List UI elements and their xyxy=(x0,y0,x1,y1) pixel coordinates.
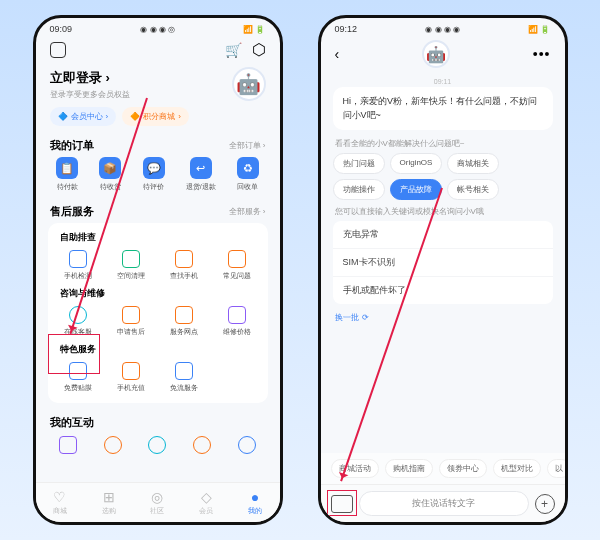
chip-hot[interactable]: 热门问题 xyxy=(333,153,385,174)
interact-icons xyxy=(36,432,280,454)
phone-recharge[interactable]: 手机充值 xyxy=(105,362,158,393)
interact-5[interactable] xyxy=(238,436,256,454)
tab-shop[interactable]: ⊞选购 xyxy=(102,489,116,516)
greeting-bubble: Hi，亲爱的V粉，新年快乐！有什么问题，不妨问问小V吧~ xyxy=(333,87,553,130)
order-return[interactable]: ↩退货/退款 xyxy=(186,157,216,192)
repair-price[interactable]: 维修价格 xyxy=(211,306,264,337)
status-icons: ◉ ◉ ◉ ◎ xyxy=(140,25,175,34)
chat-body: 09:11 Hi，亲爱的V粉，新年快乐！有什么问题，不妨问问小V吧~ 看看全能的… xyxy=(321,72,565,453)
back-icon[interactable]: ‹ xyxy=(335,46,340,62)
clock: 09:12 xyxy=(335,24,358,34)
keyboard-icon[interactable] xyxy=(331,495,353,513)
interact-1[interactable] xyxy=(59,436,77,454)
promo-pills: 🔷 会员中心 › 🔶 积分商城 › xyxy=(36,107,280,132)
hexagon-icon[interactable]: ⬡ xyxy=(252,40,266,59)
phone-right: 09:12 ◉ ◉ ◉ ◉ 📶 🔋 ‹ ••• 09:11 Hi，亲爱的V粉，新… xyxy=(318,15,568,525)
bot-avatar[interactable] xyxy=(422,40,450,68)
hint-text-2: 您可以直接输入关键词或模块名询问小V哦 xyxy=(335,206,551,217)
order-pending-review[interactable]: 💬待评价 xyxy=(143,157,165,192)
refresh-button[interactable]: 换一批 ⟳ xyxy=(333,310,553,325)
top-bar: 🛒 ⬡ xyxy=(36,36,280,63)
voice-input[interactable]: 按住说话转文字 xyxy=(359,491,529,516)
service-head: 售后服务 全部服务 › xyxy=(36,198,280,223)
right-icons: 🛒 ⬡ xyxy=(225,40,266,59)
cart-icon[interactable]: 🛒 xyxy=(225,42,242,58)
service-location[interactable]: 服务网点 xyxy=(158,306,211,337)
tab-mine[interactable]: ●我的 xyxy=(248,489,262,516)
ql-coupon[interactable]: 领券中心 xyxy=(439,459,487,478)
settings-icon[interactable] xyxy=(50,42,66,58)
chip-originos[interactable]: OriginOS xyxy=(390,153,443,174)
signal-icons: 📶 🔋 xyxy=(528,25,550,34)
more-icon[interactable]: ••• xyxy=(533,46,551,62)
chat-header: ‹ ••• xyxy=(321,36,565,72)
member-center-pill[interactable]: 🔷 会员中心 › xyxy=(50,107,117,126)
clock: 09:09 xyxy=(50,24,73,34)
free-data[interactable]: 免流服务 xyxy=(158,362,211,393)
orders-head: 我的订单 全部订单 › xyxy=(36,132,280,157)
chip-fault[interactable]: 产品故障 xyxy=(390,179,442,200)
interact-3[interactable] xyxy=(148,436,166,454)
chat-input-row: 按住说话转文字 + xyxy=(321,484,565,522)
chat-time: 09:11 xyxy=(333,78,553,85)
status-icons: ◉ ◉ ◉ ◉ xyxy=(425,25,460,34)
service-card: 自助排查 手机检测 空间清理 查找手机 常见问题 咨询与维修 在线客服 申请售后… xyxy=(48,223,268,403)
quick-links: 商城活动 购机指南 领券中心 机型对比 以 xyxy=(321,453,565,484)
all-orders-link[interactable]: 全部订单 › xyxy=(229,140,266,151)
faq-list: 充电异常 SIM卡不识别 手机或配件坏了 xyxy=(333,221,553,304)
free-film[interactable]: 免费贴膜 xyxy=(52,362,105,393)
my-interact-title: 我的互动 xyxy=(36,409,280,432)
order-recycle[interactable]: ♻回收单 xyxy=(237,157,259,192)
ql-guide[interactable]: 购机指南 xyxy=(385,459,433,478)
faq-broken[interactable]: 手机或配件坏了 xyxy=(333,277,553,304)
status-bar: 09:09 ◉ ◉ ◉ ◎ 📶 🔋 xyxy=(36,18,280,36)
faq-charging[interactable]: 充电异常 xyxy=(333,221,553,249)
order-icons: 📋待付款 📦待收货 💬待评价 ↩退货/退款 ♻回收单 xyxy=(36,157,280,198)
avatar[interactable] xyxy=(232,67,266,101)
ql-compare[interactable]: 机型对比 xyxy=(493,459,541,478)
status-bar: 09:12 ◉ ◉ ◉ ◉ 📶 🔋 xyxy=(321,18,565,36)
faq[interactable]: 常见问题 xyxy=(211,250,264,281)
bottom-tabs: ♡商城 ⊞选购 ◎社区 ◇会员 ●我的 xyxy=(36,482,280,522)
chevron-right-icon: › xyxy=(106,70,110,85)
points-mall-pill[interactable]: 🔶 积分商城 › xyxy=(122,107,189,126)
category-chips: 热门问题 OriginOS 商城相关 功能操作 产品故障 帐号相关 xyxy=(333,153,553,200)
faq-sim[interactable]: SIM卡不识别 xyxy=(333,249,553,277)
chip-function[interactable]: 功能操作 xyxy=(333,179,385,200)
space-clean[interactable]: 空间清理 xyxy=(105,250,158,281)
login-row[interactable]: 立即登录 › 登录享受更多会员权益 xyxy=(36,63,280,107)
apply-aftersale[interactable]: 申请售后 xyxy=(105,306,158,337)
ql-more[interactable]: 以 xyxy=(547,459,565,478)
order-pending-pay[interactable]: 📋待付款 xyxy=(56,157,78,192)
all-service-link[interactable]: 全部服务 › xyxy=(229,206,266,217)
chip-account[interactable]: 帐号相关 xyxy=(447,179,499,200)
interact-4[interactable] xyxy=(193,436,211,454)
chip-mall[interactable]: 商城相关 xyxy=(447,153,499,174)
tab-member[interactable]: ◇会员 xyxy=(199,489,213,516)
plus-icon[interactable]: + xyxy=(535,494,555,514)
refresh-icon: ⟳ xyxy=(362,313,369,322)
phone-left: 09:09 ◉ ◉ ◉ ◎ 📶 🔋 🛒 ⬡ 立即登录 › 登录享受更多会员权益 … xyxy=(33,15,283,525)
find-phone[interactable]: 查找手机 xyxy=(158,250,211,281)
interact-2[interactable] xyxy=(104,436,122,454)
hint-text: 看看全能的小V都能解决什么问题吧~ xyxy=(335,138,551,149)
signal-icons: 📶 🔋 xyxy=(243,25,265,34)
tab-mall[interactable]: ♡商城 xyxy=(53,489,67,516)
login-text: 立即登录 › 登录享受更多会员权益 xyxy=(50,69,130,100)
tab-community[interactable]: ◎社区 xyxy=(150,489,164,516)
